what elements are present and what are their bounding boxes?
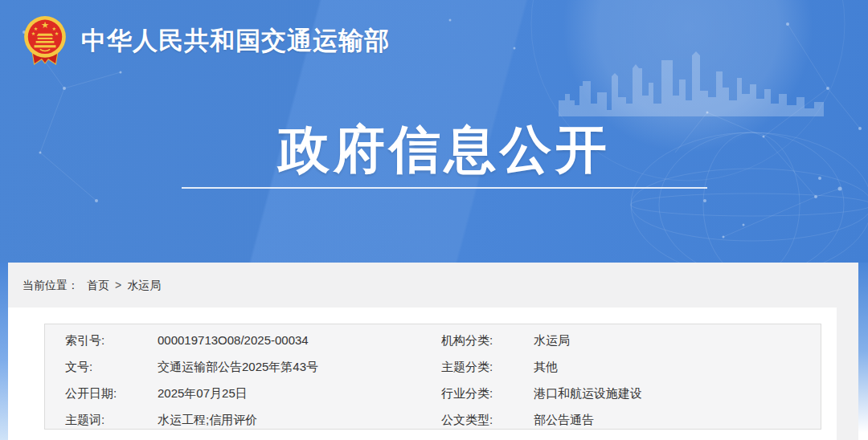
banner: ★ ★ ★ ★ ★ 中华人民共和国交通运输部 政府信息公开 — [0, 0, 868, 263]
left-edge-gradient-strip — [0, 263, 8, 440]
breadcrumb-separator: > — [115, 279, 121, 291]
info-field-industry-category: 行业分类:港口和航运设施建设 — [441, 380, 821, 406]
info-field-value: 部公告通告 — [534, 413, 594, 426]
info-field-value: 水运局 — [534, 333, 570, 347]
site-logo-row: ★ ★ ★ ★ ★ 中华人民共和国交通运输部 — [22, 13, 390, 69]
info-field-value: 2025年07月25日 — [158, 386, 248, 400]
info-field-topic-category: 主题分类:其他 — [441, 353, 821, 380]
document-card: 索引号:000019713O08/2025-00034 机构分类:水运局 文号:… — [8, 308, 837, 440]
right-edge-gradient-strip — [858, 263, 868, 440]
info-field-index-number: 索引号:000019713O08/2025-00034 — [45, 327, 441, 353]
info-field-label: 机构分类: — [441, 327, 534, 353]
info-field-document-number: 文号:交通运输部公告2025年第43号 — [45, 353, 441, 380]
svg-text:★: ★ — [41, 20, 49, 30]
breadcrumb: 当前位置：首页>水运局 — [23, 263, 161, 308]
info-field-agency-category: 机构分类:水运局 — [441, 327, 821, 353]
info-field-value: 水运工程;信用评价 — [158, 413, 257, 426]
info-field-label: 索引号: — [65, 327, 158, 353]
breadcrumb-label: 当前位置： — [23, 279, 79, 291]
site-title: 中华人民共和国交通运输部 — [81, 24, 390, 58]
info-field-value: 港口和航运设施建设 — [534, 386, 642, 400]
content-area: 当前位置：首页>水运局 索引号:000019713O08/2025-00034 … — [0, 263, 868, 440]
info-field-publish-date: 公开日期:2025年07月25日 — [45, 380, 441, 406]
city-skyline-decoration — [559, 47, 824, 116]
info-field-document-type: 公文类型:部公告通告 — [441, 406, 821, 433]
info-field-value: 其他 — [534, 360, 558, 373]
page-title-block: 政府信息公开 — [182, 120, 707, 189]
info-field-value: 000019713O08/2025-00034 — [158, 333, 309, 347]
info-field-label: 公开日期: — [65, 380, 158, 406]
svg-text:★: ★ — [55, 31, 59, 36]
svg-text:★: ★ — [31, 31, 36, 36]
info-field-keywords: 主题词:水运工程;信用评价 — [45, 406, 441, 433]
info-field-label: 主题词: — [65, 406, 158, 433]
breadcrumb-home-link[interactable]: 首页 — [87, 279, 109, 291]
national-emblem-icon: ★ ★ ★ ★ ★ — [22, 13, 68, 69]
info-field-value: 交通运输部公告2025年第43号 — [158, 360, 318, 373]
title-underline — [182, 187, 707, 189]
info-field-label: 主题分类: — [441, 353, 534, 380]
page-title: 政府信息公开 — [182, 120, 707, 178]
breadcrumb-current: 水运局 — [127, 279, 161, 291]
info-field-label: 行业分类: — [441, 380, 534, 406]
info-field-label: 文号: — [65, 353, 158, 380]
document-metadata-table: 索引号:000019713O08/2025-00034 机构分类:水运局 文号:… — [44, 324, 821, 430]
info-field-label: 公文类型: — [441, 406, 534, 433]
